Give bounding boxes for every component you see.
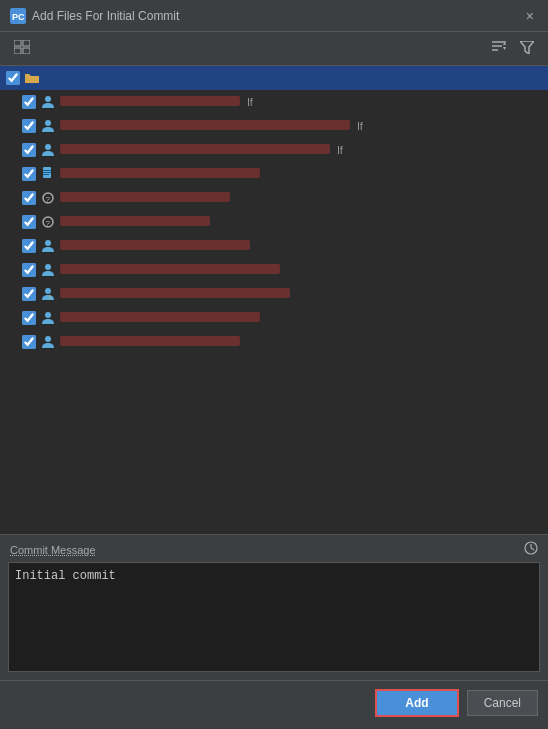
svg-text:PC: PC [12,12,25,22]
svg-point-28 [45,336,51,342]
expand-all-button[interactable] [10,38,34,59]
svg-text:?: ? [46,195,51,204]
add-button[interactable]: Add [375,689,458,717]
svg-marker-11 [520,41,534,54]
svg-text:?: ? [46,219,51,228]
root-folder-name [44,71,542,85]
window-title: Add Files For Initial Commit [32,9,522,23]
close-button[interactable]: × [522,6,538,26]
person-icon [40,238,56,254]
table-row[interactable] [0,162,548,186]
svg-rect-2 [14,40,21,46]
file-checkbox[interactable] [22,287,36,301]
table-row[interactable]: lf [0,138,548,162]
table-row[interactable] [0,306,548,330]
table-row[interactable]: ? [0,186,548,210]
file-checkbox[interactable] [22,119,36,133]
person-warning-icon: ! [40,286,56,302]
file-checkbox[interactable] [22,143,36,157]
svg-point-14 [45,144,51,150]
table-row[interactable] [0,234,548,258]
file-checkbox[interactable] [22,167,36,181]
file-name [60,335,542,349]
file-name: lf [60,119,542,133]
file-list[interactable]: lf lf lf ? [0,66,548,534]
file-row-root[interactable] [0,66,548,90]
filter-button[interactable] [516,39,538,59]
commit-header: Commit Message [0,535,548,562]
person-icon [40,310,56,326]
svg-point-23 [45,240,51,246]
table-row[interactable] [0,330,548,354]
table-row[interactable]: lf [0,114,548,138]
file-checkbox[interactable] [22,263,36,277]
commit-history-button[interactable] [524,541,538,558]
svg-rect-17 [43,172,51,173]
file-checkbox[interactable] [22,215,36,229]
svg-rect-3 [23,40,30,46]
file-name [60,311,542,325]
commit-section: Commit Message Initial commit [0,534,548,680]
commit-label: Commit Message [10,544,96,556]
svg-point-24 [45,264,51,270]
sort-button[interactable] [488,39,510,59]
file-icon [40,166,56,182]
file-name [60,191,542,205]
file-checkbox[interactable] [22,239,36,253]
file-name [60,287,542,301]
svg-rect-4 [14,48,21,54]
file-name [60,239,542,253]
unknown-icon: ? [40,190,56,206]
person-icon [40,262,56,278]
table-row[interactable]: ? [0,210,548,234]
app-icon: PC [10,8,26,24]
person-icon [40,142,56,158]
file-name [60,263,542,277]
toolbar-right [488,39,538,59]
svg-point-27 [45,312,51,318]
svg-line-31 [531,548,534,550]
svg-point-12 [45,96,51,102]
person-icon [40,94,56,110]
file-checkbox[interactable] [22,311,36,325]
file-name: lf [60,95,542,109]
cancel-button[interactable]: Cancel [467,690,538,716]
toolbar [0,32,548,66]
svg-rect-18 [43,174,49,175]
file-checkbox[interactable] [22,335,36,349]
svg-rect-16 [43,170,51,171]
file-checkbox-root[interactable] [6,71,20,85]
folder-icon [24,70,40,86]
svg-rect-5 [23,48,30,54]
svg-text:!: ! [49,294,51,301]
file-checkbox[interactable] [22,191,36,205]
title-bar: PC Add Files For Initial Commit × [0,0,548,32]
person-icon [40,118,56,134]
file-name [60,215,542,229]
table-row[interactable] [0,258,548,282]
commit-message-input[interactable]: Initial commit [8,562,540,672]
file-checkbox[interactable] [22,95,36,109]
svg-marker-9 [503,47,506,50]
toolbar-left [10,38,34,59]
table-row[interactable]: lf [0,90,548,114]
svg-point-13 [45,120,51,126]
table-row[interactable]: ! [0,282,548,306]
file-name [60,167,542,181]
unknown-icon: ? [40,214,56,230]
person-icon [40,334,56,350]
file-name: lf [60,143,542,157]
button-row: Add Cancel [0,680,548,729]
